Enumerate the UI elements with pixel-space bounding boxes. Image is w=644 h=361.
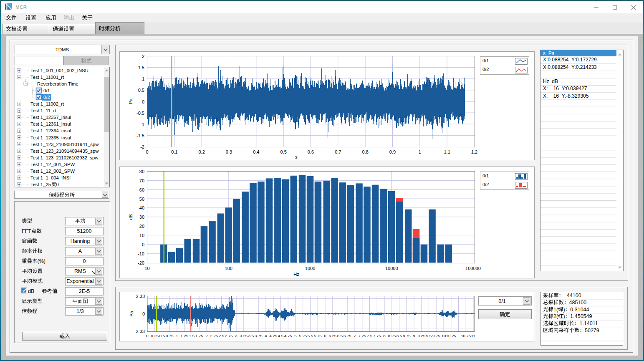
svg-text:10: 10 [139, 233, 144, 238]
svg-text:dB: dB [28, 288, 34, 294]
svg-text:Hz dB: Hz dB [543, 78, 558, 84]
svg-text:40: 40 [139, 205, 144, 210]
svg-text:Pa: Pa [129, 311, 134, 316]
svg-text:Test 1_1_004_INSI: Test 1_1_004_INSI [30, 175, 71, 180]
svg-text:-2.33: -2.33 [134, 329, 145, 334]
svg-text:5.25: 5.25 [299, 333, 307, 338]
svg-text:5: 5 [294, 333, 296, 338]
svg-text:-10: -10 [138, 251, 144, 256]
svg-text:Test 1_12_001_SPW: Test 1_12_001_SPW [30, 162, 75, 167]
svg-text:70: 70 [139, 178, 144, 183]
svg-text:0/1: 0/1 [43, 88, 50, 93]
svg-text:0/2: 0/2 [482, 67, 489, 72]
svg-text:0.25: 0.25 [151, 333, 159, 338]
svg-text:9.75: 9.75 [432, 333, 440, 338]
svg-text:5.5: 5.5 [308, 333, 313, 338]
svg-text:4: 4 [265, 333, 267, 338]
svg-text:3.75: 3.75 [255, 333, 263, 338]
svg-text:Pa: Pa [128, 98, 133, 104]
svg-text:0/1: 0/1 [482, 58, 489, 63]
svg-text:s: s [295, 154, 298, 159]
svg-text:-1.5: -1.5 [136, 133, 144, 138]
svg-text:7: 7 [354, 333, 356, 338]
svg-text:0.5: 0.5 [159, 333, 165, 338]
svg-text:0.31044: 0.31044 [570, 307, 589, 313]
svg-text:MCR: MCR [15, 5, 27, 10]
svg-text:1.5: 1.5 [138, 65, 144, 70]
svg-text:0.1: 0.1 [171, 149, 177, 154]
svg-text:Test 1_12364_insul: Test 1_12364_insul [30, 128, 71, 133]
svg-text:1/3: 1/3 [76, 308, 83, 314]
svg-text:0.4: 0.4 [253, 149, 259, 154]
svg-text:-1: -1 [140, 122, 144, 127]
svg-text:0: 0 [83, 258, 86, 264]
svg-text:10: 10 [144, 266, 149, 271]
svg-text:Test 1_11002_rt: Test 1_11002_rt [30, 101, 64, 106]
svg-text:0: 0 [146, 149, 148, 154]
svg-text:0.2: 0.2 [199, 149, 205, 154]
svg-text:0/1: 0/1 [498, 298, 505, 304]
svg-text:1: 1 [419, 149, 421, 154]
svg-text:7.5: 7.5 [367, 333, 372, 338]
svg-text:9.5: 9.5 [426, 333, 432, 338]
svg-text:2.33: 2.33 [136, 294, 145, 299]
svg-text:8.25: 8.25 [388, 333, 396, 338]
svg-text:Test 1_123_210908101941_spw: Test 1_123_210908101941_spw [30, 142, 99, 147]
svg-text:-0.5: -0.5 [136, 111, 144, 116]
svg-text:): ) [563, 307, 565, 313]
svg-text:7.75: 7.75 [373, 333, 381, 338]
svg-text:Hanning: Hanning [71, 238, 90, 244]
svg-text:8.75: 8.75 [403, 333, 411, 338]
svg-text:1(: 1( [553, 307, 558, 313]
svg-text:60: 60 [139, 187, 144, 192]
svg-text:Test 1_12365_insul: Test 1_12365_insul [30, 135, 71, 140]
svg-text:11: 11 [471, 333, 475, 338]
svg-text:1.75: 1.75 [195, 333, 203, 338]
svg-text:50279: 50279 [585, 328, 599, 333]
svg-text:Test 1_12357_insul: Test 1_12357_insul [30, 115, 71, 120]
svg-text:9: 9 [413, 333, 415, 338]
svg-text:0.8: 0.8 [362, 149, 369, 154]
svg-text:0/1: 0/1 [482, 173, 489, 178]
svg-text:0: 0 [142, 99, 144, 104]
svg-text:0: 0 [56, 182, 59, 187]
svg-text:2E-5: 2E-5 [79, 288, 90, 294]
svg-text:RMS: RMS [74, 268, 86, 274]
svg-text:X:0.088254 Y:0.172729: X:0.088254 Y:0.172729 [543, 57, 597, 63]
svg-text:0.5: 0.5 [138, 88, 144, 93]
svg-text:100: 100 [225, 266, 232, 271]
svg-text:Test 1_25: Test 1_25 [30, 182, 51, 187]
svg-text:4.25: 4.25 [269, 333, 277, 338]
svg-text:-20: -20 [138, 260, 144, 265]
svg-text:50: 50 [139, 197, 144, 202]
svg-text:X:0.088254 Y:0.214233: X:0.088254 Y:0.214233 [543, 64, 597, 70]
svg-text:10.25: 10.25 [446, 333, 456, 338]
svg-text:1000: 1000 [305, 266, 315, 271]
svg-text:4.5: 4.5 [278, 333, 283, 338]
svg-text:7.25: 7.25 [358, 333, 366, 338]
svg-text:0.5: 0.5 [280, 149, 287, 154]
svg-text:6.75: 6.75 [343, 333, 351, 338]
svg-text:FFT: FFT [22, 228, 31, 234]
svg-text:0/2: 0/2 [482, 182, 489, 187]
svg-text:Hz: Hz [293, 272, 299, 277]
svg-text:3: 3 [235, 333, 237, 338]
svg-text:Test 1_123_211026102932_spw: Test 1_123_211026102932_spw [30, 155, 98, 160]
svg-text:X: 16 Y:0.039427: X: 16 Y:0.039427 [543, 86, 587, 91]
svg-text:Test 1_001_001_002_INSU: Test 1_001_001_002_INSU [30, 68, 88, 73]
svg-text:0/2: 0/2 [43, 95, 50, 100]
svg-text:s Pa: s Pa [543, 50, 555, 56]
svg-text:3.5: 3.5 [248, 333, 254, 338]
svg-text:0.75: 0.75 [166, 333, 174, 338]
svg-text:Test 1_11_rt: Test 1_11_rt [30, 108, 56, 113]
svg-text:Reverberation Time: Reverberation Time [37, 81, 78, 86]
svg-text:1.2: 1.2 [471, 149, 477, 154]
svg-text:30: 30 [139, 215, 144, 220]
svg-text:100000: 100000 [465, 266, 481, 271]
svg-text:TDMS: TDMS [56, 47, 69, 52]
svg-text:Test 1_12_002_SPW: Test 1_12_002_SPW [30, 169, 75, 174]
svg-text:0: 0 [142, 242, 144, 247]
svg-text:6.25: 6.25 [328, 333, 336, 338]
svg-text:2: 2 [142, 54, 144, 59]
svg-text:(%): (%) [38, 258, 45, 264]
